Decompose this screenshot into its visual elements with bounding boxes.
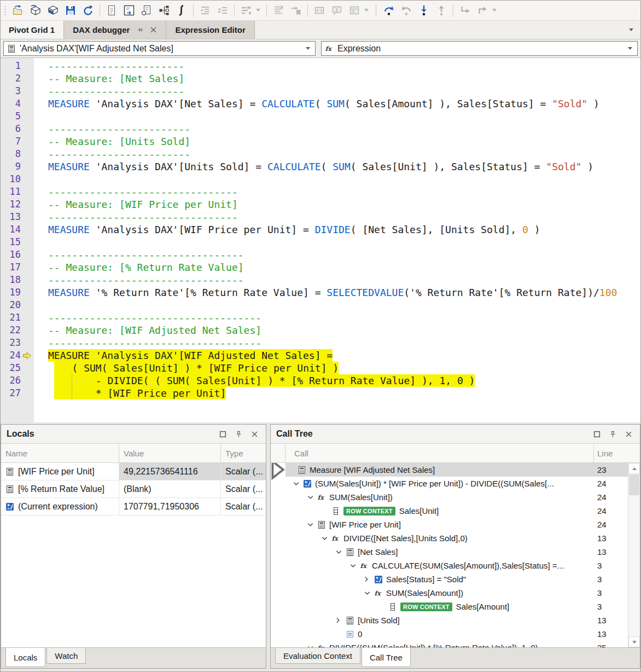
step-over-button[interactable] <box>381 3 397 18</box>
locals-column-header[interactable]: Type <box>221 444 266 462</box>
close-icon[interactable] <box>625 431 632 438</box>
import-model-button[interactable] <box>45 3 61 18</box>
format-button[interactable]: 2 <box>214 3 231 18</box>
chevron-down-icon[interactable] <box>307 646 317 648</box>
calltree-row[interactable]: [WIF Price per Unit]24 <box>271 518 640 531</box>
expression-combobox[interactable]: fx Expression <box>321 41 638 56</box>
calltree-row[interactable]: fxDIVIDE([Net Sales],[Units Sold],0)13 <box>271 531 640 545</box>
align-button[interactable] <box>270 3 287 18</box>
calltree-tab-call-tree[interactable]: Call Tree <box>362 648 411 667</box>
calltree-row[interactable]: Sales[Status] = "Sold"3 <box>271 572 640 586</box>
output-window-button[interactable]: ! <box>329 3 345 18</box>
code-line[interactable]: 9MEASURE 'Analysis DAX'[Units Sold] = CA… <box>0 160 641 173</box>
code-line[interactable]: 2-- Measure: [Net Sales] <box>0 72 641 85</box>
code-line[interactable]: 26 - DIVIDE( ( SUM( Sales[Unit] ) * [% R… <box>0 374 641 387</box>
pin-icon[interactable] <box>609 431 616 438</box>
tab-pivot-grid-1[interactable]: Pivot Grid 1 <box>0 21 64 39</box>
calltree-row[interactable]: 013 <box>271 627 640 641</box>
code-line[interactable]: 13-------------------------------- <box>0 211 641 223</box>
code-line[interactable]: 15 <box>0 236 641 248</box>
code-line[interactable]: 20 <box>0 299 641 311</box>
code-line[interactable]: 18--------------------------------- <box>0 274 641 286</box>
scroll-down-button[interactable] <box>628 636 640 647</box>
export-model-button[interactable] <box>27 3 44 18</box>
breakpoints-window-button[interactable] <box>311 3 328 18</box>
layout-button[interactable] <box>238 3 254 18</box>
hierarchy-button[interactable] <box>156 3 172 18</box>
maximize-icon[interactable] <box>593 431 601 438</box>
calltree-tab-evaluation-context[interactable]: Evaluation Context <box>275 648 360 664</box>
step-into-button[interactable] <box>416 3 432 18</box>
open-button[interactable] <box>10 3 26 18</box>
chevron-down-icon[interactable] <box>492 9 497 11</box>
code-line[interactable]: 10 <box>0 173 641 186</box>
code-line[interactable]: 24MEASURE 'Analysis DAX'[WIF Adjusted Ne… <box>0 349 641 362</box>
chevron-down-icon[interactable] <box>307 523 317 527</box>
chevron-down-icon[interactable] <box>350 564 360 568</box>
code-line[interactable]: 23------------------------------------ <box>0 337 641 349</box>
calltree-row[interactable]: [Units Sold]13 <box>271 613 640 627</box>
code-line[interactable]: 25 ( SUM( Sales[Unit] ) * [WIF Price per… <box>0 362 641 374</box>
locals-column-header[interactable]: Name <box>1 444 119 462</box>
chevron-down-icon[interactable] <box>293 482 303 486</box>
indent-button[interactable] <box>197 3 213 18</box>
run-script-button[interactable] <box>138 3 155 18</box>
step-out-button[interactable] <box>433 3 450 18</box>
code-line[interactable]: 7-- Measure: [Units Sold] <box>0 135 641 148</box>
refresh-button[interactable] <box>80 3 96 18</box>
calltree-row[interactable]: fxSUM(Sales[Amount])3 <box>271 586 640 600</box>
close-icon[interactable] <box>251 431 258 438</box>
jump-button[interactable] <box>474 3 491 18</box>
preview-button[interactable] <box>121 3 137 18</box>
chevron-down-icon[interactable] <box>336 550 346 554</box>
scroll-up-button[interactable] <box>628 463 640 474</box>
locals-column-header[interactable]: Value <box>119 444 221 462</box>
vertical-scrollbar[interactable] <box>628 463 640 647</box>
run-to-cursor-button[interactable] <box>457 3 473 18</box>
chevron-down-icon[interactable] <box>307 495 317 500</box>
maximize-icon[interactable] <box>219 431 226 438</box>
pin-icon[interactable] <box>136 26 143 33</box>
chevron-down-icon[interactable] <box>628 47 632 50</box>
measure-combobox[interactable]: 'Analysis DAX'[WIF Adjusted Net Sales] <box>3 41 316 56</box>
chevron-down-icon[interactable] <box>256 9 260 11</box>
step-back-button[interactable] <box>398 3 415 18</box>
dax-code-editor[interactable]: 1-----------------------2-- Measure: [Ne… <box>0 58 641 422</box>
move-button[interactable] <box>288 3 304 18</box>
tab-list-dropdown-icon[interactable] <box>629 28 633 31</box>
chevron-down-icon[interactable] <box>322 536 331 541</box>
calltree-row[interactable]: Measure [WIF Adjusted Net Sales]23 <box>271 463 640 477</box>
code-line[interactable]: 11-------------------------------- <box>0 186 641 198</box>
watch-window-button[interactable] <box>346 3 363 18</box>
code-line[interactable]: 16--------------------------------- <box>0 248 641 261</box>
code-line[interactable]: 6------------------------ <box>0 123 641 135</box>
locals-row[interactable]: [WIF Price per Unit]49,2215736541116Scal… <box>1 463 266 480</box>
locals-row[interactable]: [% Return Rate Value](Blank)Scalar (... <box>1 480 266 498</box>
calltree-row[interactable]: fxSUM(Sales[Unit])24 <box>271 490 640 504</box>
chevron-down-icon[interactable] <box>364 591 374 595</box>
code-line[interactable]: 21------------------------------------ <box>0 311 641 324</box>
row-expander-icon[interactable] <box>271 463 285 477</box>
scrollbar-thumb[interactable] <box>629 474 639 495</box>
code-line[interactable]: 3----------------------- <box>0 85 641 97</box>
code-line[interactable]: 19MEASURE '% Return Rate'[% Return Rate … <box>0 286 641 299</box>
chevron-down-icon[interactable] <box>364 9 369 11</box>
save-button[interactable] <box>62 3 79 18</box>
script-button[interactable] <box>173 3 190 18</box>
code-line[interactable]: 17-- Measure: [% Return Rate Value] <box>0 261 641 274</box>
calltree-row[interactable]: ROW CONTEXTSales[Unit]24 <box>271 504 640 518</box>
calltree-row[interactable]: fxCALCULATE(SUM(Sales[Amount]),Sales[Sta… <box>271 559 640 572</box>
calltree-row[interactable]: fxDIVIDE((SUM(Sales[Unit]) * [% Return R… <box>271 641 640 647</box>
tab-expression-editor[interactable]: Expression Editor <box>166 21 254 39</box>
code-line[interactable]: 4MEASURE 'Analysis DAX'[Net Sales] = CAL… <box>0 97 641 110</box>
code-line[interactable]: 27 * [WIF Price per Unit] <box>0 387 641 399</box>
locals-tab-watch[interactable]: Watch <box>46 648 86 664</box>
document-button[interactable] <box>103 3 120 18</box>
pin-icon[interactable] <box>235 431 242 438</box>
tab-dax-debugger[interactable]: DAX debugger <box>64 21 166 39</box>
chevron-down-icon[interactable] <box>306 47 310 50</box>
code-line[interactable]: 1----------------------- <box>0 60 641 72</box>
code-line[interactable]: 5 <box>0 110 641 123</box>
code-line[interactable]: 12-- Measure: [WIF Price per Unit] <box>0 198 641 211</box>
chevron-right-icon[interactable] <box>336 617 346 623</box>
